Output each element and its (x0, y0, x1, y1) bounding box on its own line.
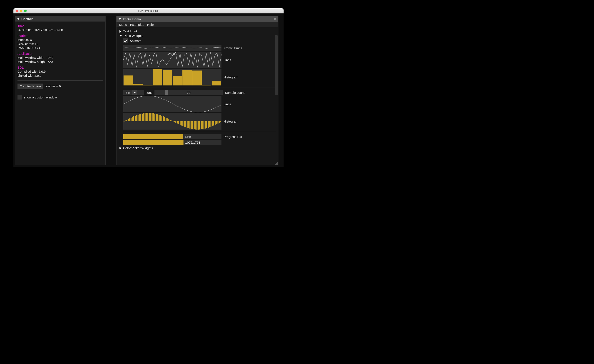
svg-rect-64 (199, 121, 200, 130)
sin-hist-row: Histogram (123, 113, 276, 130)
show-custom-checkbox[interactable]: show a custom window (18, 95, 57, 99)
svg-rect-22 (140, 114, 142, 121)
svg-rect-60 (194, 121, 195, 129)
svg-rect-3 (153, 69, 162, 85)
sample-value: 70 (187, 91, 190, 94)
menu-menu[interactable]: Menu (119, 23, 127, 26)
svg-rect-62 (196, 121, 198, 130)
menu-help[interactable]: Help (147, 23, 154, 26)
lines-avg: avg 0.0 (168, 52, 177, 55)
plots-widgets-label: Plots Widgets (124, 34, 143, 38)
svg-rect-70 (208, 121, 209, 128)
progress-ratio-row: 1075/1753 (123, 140, 276, 145)
progress-row: 61% Progress Bar (123, 134, 276, 139)
svg-rect-55 (187, 121, 188, 128)
progress-bar-ratio: 1075/1753 (123, 140, 222, 145)
collapse-icon[interactable] (17, 18, 20, 20)
mac-titlebar[interactable]: Dear ImGui SDL (14, 8, 284, 13)
chevron-down-icon (132, 90, 137, 95)
histogram-row: Histogram (123, 69, 276, 85)
progress-fill (123, 134, 183, 139)
svg-rect-21 (139, 114, 140, 121)
sample-slider[interactable]: 70 (155, 90, 223, 95)
sin-line-row: Lines (123, 96, 276, 112)
scrollbar[interactable] (275, 35, 278, 95)
demo-body: Text Input Plots Widgets Animate Frame T… (116, 27, 278, 164)
svg-rect-20 (138, 115, 139, 121)
svg-rect-61 (195, 121, 196, 130)
app-area: Controls Time 26.05.2019 16:17:10.322 +0… (14, 13, 284, 167)
svg-rect-74 (213, 121, 214, 125)
frame-times-plot (123, 45, 222, 51)
progress-fill (123, 140, 183, 145)
window-title: Dear ImGui SDL (14, 9, 284, 13)
svg-rect-36 (160, 115, 161, 121)
color-picker-label: Color/Picker Widgets (123, 146, 153, 150)
minimize-icon[interactable] (20, 10, 22, 12)
func-row: Sin func 70 Sample count (123, 90, 276, 95)
demo-titlebar[interactable]: ImGui Demo ✕ (116, 16, 278, 22)
svg-rect-47 (176, 121, 176, 123)
checkbox-box[interactable] (123, 38, 128, 43)
close-icon[interactable] (16, 10, 18, 12)
show-custom-label: show a custom window (24, 96, 57, 99)
svg-rect-45 (173, 121, 174, 122)
svg-rect-66 (202, 121, 203, 129)
svg-rect-33 (156, 114, 157, 121)
expand-icon (120, 30, 122, 32)
counter-button[interactable]: Counter button (18, 84, 43, 89)
app-width: Main window width: 1280 (18, 56, 103, 59)
controls-body: Time 26.05.2019 16:17:10.322 +0200 Platf… (15, 21, 105, 102)
slider-grab[interactable] (165, 90, 168, 95)
traffic-lights (16, 10, 27, 12)
svg-rect-27 (148, 113, 148, 121)
collapse-icon (120, 35, 122, 37)
maximize-icon[interactable] (24, 10, 27, 12)
tree-text-input[interactable]: Text Input (120, 29, 276, 33)
svg-rect-46 (174, 121, 175, 122)
lines-row: avg 0.0 Lines (123, 52, 276, 68)
controls-window: Controls Time 26.05.2019 16:17:10.322 +0… (15, 16, 106, 165)
svg-rect-63 (198, 121, 199, 130)
svg-rect-58 (191, 121, 192, 129)
func-combo[interactable]: Sin (123, 90, 144, 95)
progress-label: Progress Bar (224, 135, 276, 138)
svg-rect-18 (135, 116, 136, 121)
tree-plots-widgets[interactable]: Plots Widgets (120, 33, 276, 38)
menu-examples[interactable]: Examples (130, 23, 144, 26)
svg-rect-69 (206, 121, 207, 128)
controls-titlebar[interactable]: Controls (15, 16, 105, 21)
svg-rect-54 (185, 121, 186, 127)
svg-rect-37 (161, 116, 162, 121)
histogram-label: Histogram (224, 75, 276, 79)
demo-window: ImGui Demo ✕ Menu Examples Help Text Inp… (116, 16, 278, 165)
counter-row: Counter button counter = 9 (18, 84, 103, 89)
separator (18, 80, 103, 81)
svg-rect-24 (143, 113, 144, 121)
animate-checkbox[interactable]: Animate (123, 38, 142, 43)
sdl-compiled: Compiled with 2.0.9 (18, 70, 103, 73)
progress-ratio: 1075/1753 (185, 141, 200, 144)
svg-rect-17 (133, 116, 135, 121)
resize-grip[interactable] (274, 161, 278, 165)
app-height: Main window height: 720 (18, 60, 103, 64)
svg-rect-35 (159, 115, 160, 121)
svg-rect-7 (192, 71, 202, 85)
platform-label: Platform (18, 34, 103, 38)
svg-rect-42 (168, 119, 169, 122)
svg-rect-34 (157, 114, 158, 121)
func-combo-value: Sin (123, 91, 132, 94)
svg-rect-23 (142, 114, 143, 121)
sin-hist-plot (123, 113, 222, 130)
svg-rect-57 (189, 121, 190, 129)
close-icon[interactable]: ✕ (273, 17, 276, 21)
svg-rect-14 (129, 118, 130, 121)
collapse-icon[interactable] (119, 18, 121, 20)
sdl-linked: Linked with 2.0.9 (18, 74, 103, 77)
tree-color-picker[interactable]: Color/Picker Widgets (120, 146, 276, 150)
controls-title: Controls (21, 17, 33, 21)
svg-rect-25 (145, 113, 146, 121)
lines-label: Lines (224, 58, 276, 62)
svg-rect-10 (123, 121, 125, 122)
checkbox-box[interactable] (18, 95, 22, 99)
